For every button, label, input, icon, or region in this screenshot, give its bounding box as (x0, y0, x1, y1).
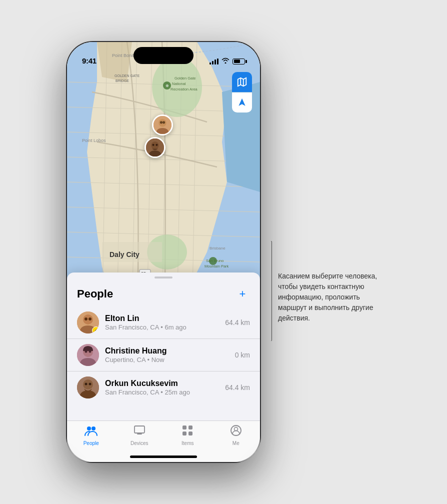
svg-point-57 (85, 383, 88, 386)
person3-name: Orkun Kucuksevim (105, 379, 219, 388)
svg-text:Recreation Area: Recreation Area (170, 87, 198, 92)
side-annotation: Касанием выберите человека, чтобы увидет… (271, 41, 381, 341)
svg-point-58 (89, 383, 92, 386)
svg-point-48 (83, 314, 93, 324)
svg-point-49 (84, 318, 88, 320)
me-tab-label: Me (232, 440, 240, 446)
svg-point-39 (160, 121, 162, 124)
person1-name: Elton Lin (105, 314, 219, 323)
svg-point-42 (151, 142, 158, 149)
person1-sub: San Francisco, CA • 6m ago (105, 324, 219, 331)
svg-point-59 (87, 426, 91, 430)
svg-text:Point Lobos: Point Lobos (82, 138, 106, 143)
screen: 9:41 (67, 42, 260, 462)
phone-frame: 9:41 (66, 41, 261, 463)
person2-name: Christine Huang (105, 346, 229, 356)
svg-rect-61 (134, 426, 144, 433)
tab-me[interactable]: Me (212, 425, 260, 446)
svg-point-56 (83, 380, 93, 390)
person2-avatar (77, 344, 99, 366)
person-row[interactable]: Orkun Kucuksevim San Francisco, CA • 25m… (67, 371, 260, 404)
svg-point-43 (152, 144, 154, 146)
items-tab-icon (182, 425, 193, 439)
svg-point-40 (162, 121, 165, 124)
person1-distance: 64.4 km (225, 318, 250, 326)
svg-rect-62 (182, 426, 186, 430)
signal-bars-icon (210, 58, 218, 64)
star-badge: ★ (92, 326, 99, 334)
person3-distance: 64.4 km (225, 384, 250, 392)
svg-point-44 (156, 144, 158, 146)
svg-rect-63 (188, 426, 192, 430)
person3-info: Orkun Kucuksevim San Francisco, CA • 25m… (105, 379, 219, 396)
svg-text:Brisbane: Brisbane (210, 246, 226, 250)
svg-point-34 (209, 257, 217, 265)
svg-text:Golden Gate: Golden Gate (174, 76, 196, 80)
wifi-icon (222, 58, 230, 65)
person2-info: Christine Huang Cupertino, CA • Now (105, 346, 229, 364)
person-row[interactable]: ★ Elton Lin San Francisco, CA • 6m ago (67, 306, 260, 338)
person2-sub: Cupertino, CA • Now (105, 356, 229, 364)
svg-text:GOLDEN GATE: GOLDEN GATE (114, 74, 140, 78)
people-list: ★ Elton Lin San Francisco, CA • 6m ago (67, 306, 260, 408)
devices-tab-label: Devices (130, 440, 148, 446)
person1-info: Elton Lin San Francisco, CA • 6m ago (105, 314, 219, 331)
svg-text:National: National (172, 82, 186, 86)
svg-text:Daly City: Daly City (110, 250, 140, 258)
tab-items[interactable]: Items (164, 425, 212, 446)
svg-rect-65 (188, 432, 192, 436)
svg-point-67 (234, 428, 238, 431)
tab-people[interactable]: People (67, 425, 116, 446)
people-tab-label: People (84, 440, 99, 446)
map-person1-avatar[interactable] (152, 114, 173, 136)
tab-devices[interactable]: Devices (116, 425, 164, 446)
svg-rect-64 (182, 432, 186, 436)
map-buttons (232, 72, 252, 112)
scene: 9:41 (66, 41, 381, 463)
phone-wrapper: 9:41 (66, 41, 261, 463)
items-tab-label: Items (182, 440, 194, 446)
svg-point-60 (92, 426, 96, 430)
person2-distance: 0 km (235, 351, 250, 359)
bottom-sheet: People + (67, 272, 260, 420)
section-header: People + (67, 278, 260, 306)
map-type-button[interactable] (232, 72, 252, 92)
status-icons (210, 58, 245, 65)
people-tab-icon (84, 425, 98, 439)
add-person-button[interactable]: + (235, 286, 250, 302)
svg-point-38 (158, 119, 166, 126)
svg-text:Mountain Park: Mountain Park (204, 264, 229, 268)
svg-text:⊕: ⊕ (166, 84, 169, 88)
battery-icon (232, 58, 245, 64)
devices-tab-icon (134, 425, 146, 439)
person3-avatar (77, 376, 99, 398)
status-time: 9:41 (82, 56, 96, 65)
svg-text:BRIDGE: BRIDGE (116, 79, 129, 82)
section-title: People (77, 288, 113, 300)
svg-point-50 (88, 318, 92, 320)
me-tab-icon (230, 425, 242, 439)
person1-avatar: ★ (77, 312, 99, 334)
annotation-text: Касанием выберите человека, чтобы увидет… (278, 241, 381, 324)
person-row[interactable]: Christine Huang Cupertino, CA • Now 0 km (67, 338, 260, 371)
map-person2-avatar[interactable] (144, 137, 166, 158)
home-indicator (130, 456, 197, 458)
bracket (271, 241, 272, 341)
location-button[interactable] (232, 92, 252, 112)
dynamic-island (134, 47, 194, 64)
person3-sub: San Francisco, CA • 25m ago (105, 388, 219, 396)
